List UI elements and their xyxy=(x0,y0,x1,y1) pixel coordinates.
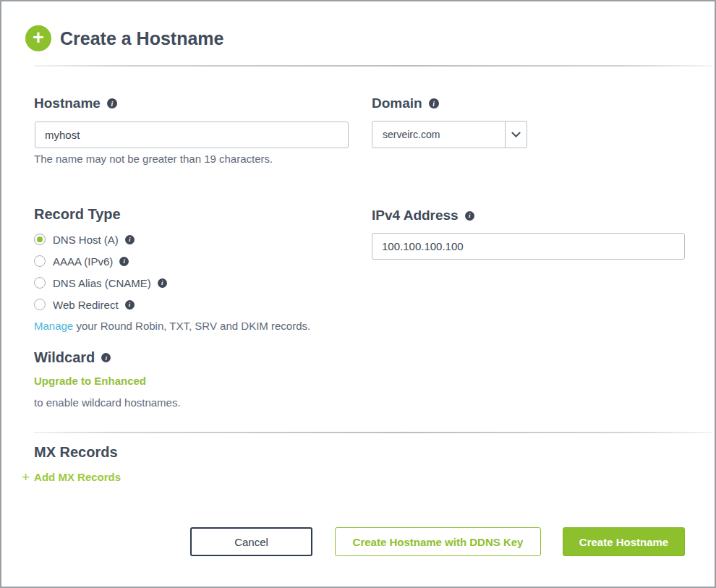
ipv4-input[interactable] xyxy=(372,233,685,260)
radio-dns-alias-cname[interactable]: DNS Alias (CNAME) i xyxy=(34,275,167,291)
radio-circle xyxy=(34,299,46,310)
plus-icon: + xyxy=(22,470,30,484)
web-redirect-info-icon[interactable]: i xyxy=(125,300,135,310)
radio-dns-host-a[interactable]: DNS Host (A) i xyxy=(34,231,135,247)
domain-info-icon[interactable]: i xyxy=(429,98,439,108)
radio-aaaa-ipv6[interactable]: AAAA (IPv6) i xyxy=(34,253,129,269)
ipv4-label-text: IPv4 Address xyxy=(372,208,459,223)
hostname-label: Hostname i xyxy=(34,95,117,111)
hostname-helper-text: The name may not be greater than 19 char… xyxy=(34,153,273,165)
wildcard-info-icon[interactable]: i xyxy=(101,353,111,362)
mx-section-divider xyxy=(34,432,712,433)
manage-records-line: Manage your Round Robin, TXT, SRV and DK… xyxy=(34,320,310,332)
domain-selected-value: serveirc.com xyxy=(372,122,505,148)
radio-circle xyxy=(34,255,46,267)
mx-records-label-text: MX Records xyxy=(34,444,118,461)
plus-circle-icon: + xyxy=(25,25,51,51)
add-mx-records-link[interactable]: + Add MX Records xyxy=(22,470,121,484)
ipv4-label: IPv4 Address i xyxy=(372,208,474,223)
cancel-button[interactable]: Cancel xyxy=(190,527,312,556)
record-type-label-text: Record Type xyxy=(34,206,121,223)
manage-rest-text: your Round Robin, TXT, SRV and DKIM reco… xyxy=(73,320,310,332)
upgrade-enhanced-link[interactable]: Upgrade to Enhanced xyxy=(34,375,146,387)
create-hostname-modal: + Create a Hostname Hostname i The name … xyxy=(0,0,716,588)
radio-web-redirect[interactable]: Web Redirect i xyxy=(34,297,135,312)
mx-records-label: MX Records xyxy=(34,444,118,461)
wildcard-description: to enable wildcard hostnames. xyxy=(34,396,181,409)
dns-host-info-icon[interactable]: i xyxy=(125,235,135,244)
radio-label: Web Redirect xyxy=(53,299,119,311)
create-hostname-button[interactable]: Create Hostname xyxy=(563,527,685,556)
domain-select-arrow[interactable] xyxy=(505,122,527,148)
radio-circle xyxy=(34,234,46,245)
cname-info-icon[interactable]: i xyxy=(158,278,167,288)
radio-circle xyxy=(34,277,46,289)
add-mx-records-text: Add MX Records xyxy=(34,471,121,483)
domain-label-text: Domain xyxy=(372,95,422,111)
wildcard-label-text: Wildcard xyxy=(34,349,95,366)
hostname-label-text: Hostname xyxy=(34,95,101,111)
domain-label: Domain i xyxy=(372,95,439,111)
radio-label: DNS Alias (CNAME) xyxy=(53,277,151,289)
create-hostname-ddns-key-button[interactable]: Create Hostname with DDNS Key xyxy=(335,527,541,556)
manage-link[interactable]: Manage xyxy=(34,320,73,332)
chevron-down-icon xyxy=(511,128,521,137)
header-divider xyxy=(34,65,712,67)
record-type-label: Record Type xyxy=(34,206,121,223)
wildcard-label: Wildcard i xyxy=(34,349,111,366)
hostname-info-icon[interactable]: i xyxy=(107,98,117,108)
ipv4-info-icon[interactable]: i xyxy=(465,211,474,221)
aaaa-info-icon[interactable]: i xyxy=(119,257,129,266)
radio-label: AAAA (IPv6) xyxy=(53,255,113,268)
domain-select[interactable]: serveirc.com xyxy=(372,121,527,148)
radio-label: DNS Host (A) xyxy=(53,234,119,246)
page-title: Create a Hostname xyxy=(60,28,223,49)
modal-header: + Create a Hostname xyxy=(25,25,223,51)
hostname-input[interactable] xyxy=(35,122,349,148)
